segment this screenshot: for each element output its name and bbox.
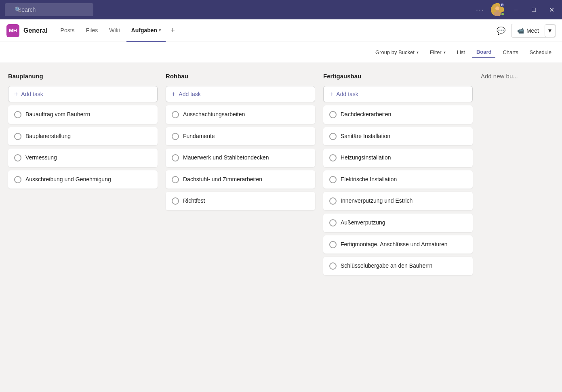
user-avatar-wrap: P <box>491 3 504 16</box>
title-bar: 🔍 ··· P – □ <box>0 0 562 19</box>
task-radio[interactable] <box>14 111 21 118</box>
task-label: Richtfest <box>183 197 309 205</box>
task-card[interactable]: Fertigmontage, Anschlüsse und Armaturen <box>323 235 473 254</box>
task-card[interactable]: Ausschachtungsarbeiten <box>166 105 315 124</box>
close-button[interactable]: ✕ <box>546 4 557 15</box>
avatar-badge: P <box>500 2 505 7</box>
task-label: Elektrische Installation <box>341 176 467 184</box>
tab-posts[interactable]: Posts <box>56 19 80 42</box>
tab-aufgaben[interactable]: Aufgaben ▾ <box>126 19 166 42</box>
task-card[interactable]: Dachdeckerarbeiten <box>323 105 473 124</box>
filter-label: Filter <box>430 49 442 55</box>
task-radio[interactable] <box>329 197 337 205</box>
channel-avatar: MH <box>6 24 19 37</box>
tab-wiki[interactable]: Wiki <box>104 19 124 42</box>
task-card[interactable]: Richtfest <box>166 192 315 210</box>
group-by-chevron-icon: ▾ <box>417 50 419 55</box>
task-card[interactable]: Bauauftrag vom Bauherrn <box>8 105 158 124</box>
bucket-col-1: Rohbau+Add task Ausschachtungsarbeiten F… <box>166 71 315 392</box>
task-label: Sanitäre Installation <box>341 132 467 140</box>
toolbar: Group by Bucket ▾ Filter ▾ List Board Ch… <box>0 42 562 63</box>
bucket-header-0: Bauplanung <box>8 71 158 83</box>
task-card[interactable]: Sanitäre Installation <box>323 127 473 146</box>
more-options-button[interactable]: ··· <box>476 6 484 14</box>
channel-bar-right: 💬 📹 Meet ▾ <box>494 24 556 38</box>
group-by-label: Group by Bucket <box>375 49 415 55</box>
search-wrap: 🔍 <box>5 3 237 16</box>
task-radio[interactable] <box>329 154 337 161</box>
filter-button[interactable]: Filter ▾ <box>426 47 450 58</box>
task-label: Heizungsinstallation <box>341 154 467 162</box>
svg-point-2 <box>494 11 501 16</box>
chat-icon[interactable]: 💬 <box>494 24 508 38</box>
task-card[interactable]: Fundamente <box>166 127 315 146</box>
task-card[interactable]: Außenverputzung <box>323 214 473 232</box>
maximize-button[interactable]: □ <box>528 4 539 15</box>
task-radio[interactable] <box>14 176 21 183</box>
meet-dropdown[interactable]: ▾ <box>545 24 555 37</box>
tab-files[interactable]: Files <box>81 19 103 42</box>
task-card[interactable]: Ausschreibung und Genehmigung <box>8 170 158 189</box>
task-radio[interactable] <box>172 176 179 183</box>
add-task-label: Add task <box>336 91 358 97</box>
filter-chevron-icon: ▾ <box>444 50 446 55</box>
task-radio[interactable] <box>172 154 179 161</box>
task-card[interactable]: Elektrische Installation <box>323 170 473 189</box>
video-icon: 📹 <box>517 27 524 34</box>
add-bucket-label[interactable]: Add new bu... <box>481 71 562 83</box>
list-view-button[interactable]: List <box>453 47 469 58</box>
task-card[interactable]: Dachstuhl- und Zimmerarbeiten <box>166 170 315 189</box>
presence-dot <box>501 12 505 16</box>
minimize-button[interactable]: – <box>510 4 522 15</box>
task-label: Mauerwerk und Stahlbetondecken <box>183 154 309 162</box>
search-input[interactable] <box>5 3 93 16</box>
aufgaben-chevron-icon: ▾ <box>159 28 161 32</box>
task-radio[interactable] <box>172 111 179 118</box>
task-label: Bauauftrag vom Bauherrn <box>25 111 152 119</box>
add-task-label: Add task <box>179 91 200 97</box>
add-task-button-0[interactable]: +Add task <box>8 86 158 102</box>
task-card[interactable]: Vermessung <box>8 149 158 167</box>
task-card[interactable]: Innenverputzung und Estrich <box>323 192 473 210</box>
add-task-button-2[interactable]: +Add task <box>323 86 473 102</box>
task-radio[interactable] <box>329 262 337 270</box>
task-radio[interactable] <box>14 133 21 140</box>
meet-button[interactable]: 📹 Meet <box>511 25 545 36</box>
board-view-button[interactable]: Board <box>472 46 496 58</box>
task-radio[interactable] <box>329 176 337 183</box>
add-tab-button[interactable]: + <box>167 25 178 36</box>
plus-icon: + <box>329 90 333 98</box>
meet-label: Meet <box>526 27 539 34</box>
plus-icon: + <box>172 90 175 98</box>
add-bucket-col: Add new bu... <box>481 71 562 392</box>
task-radio[interactable] <box>172 197 179 205</box>
task-card[interactable]: Bauplanerstellung <box>8 127 158 146</box>
bucket-header-1: Rohbau <box>166 71 315 83</box>
task-label: Fertigmontage, Anschlüsse und Armaturen <box>341 241 467 249</box>
task-label: Schlüsselübergabe an den Bauherrn <box>341 262 467 270</box>
task-card[interactable]: Mauerwerk und Stahlbetondecken <box>166 149 315 167</box>
charts-view-button[interactable]: Charts <box>499 47 522 58</box>
add-task-button-1[interactable]: +Add task <box>166 86 315 102</box>
task-label: Dachstuhl- und Zimmerarbeiten <box>183 176 309 184</box>
channel-bar: MH General Posts Files Wiki Aufgaben ▾ +… <box>0 19 562 42</box>
task-card[interactable]: Schlüsselübergabe an den Bauherrn <box>323 257 473 275</box>
channel-tabs: Posts Files Wiki Aufgaben ▾ + <box>56 19 178 42</box>
task-radio[interactable] <box>329 219 337 226</box>
add-task-label: Add task <box>21 91 43 97</box>
board-area: Bauplanung+Add task Bauauftrag vom Bauhe… <box>0 63 562 392</box>
group-by-bucket-button[interactable]: Group by Bucket ▾ <box>371 47 423 58</box>
task-radio[interactable] <box>172 133 179 140</box>
task-radio[interactable] <box>14 154 21 161</box>
task-label: Außenverputzung <box>341 219 467 227</box>
task-label: Ausschachtungsarbeiten <box>183 111 309 119</box>
schedule-view-button[interactable]: Schedule <box>526 47 556 58</box>
task-card[interactable]: Heizungsinstallation <box>323 149 473 167</box>
task-radio[interactable] <box>329 111 337 118</box>
task-label: Dachdeckerarbeiten <box>341 111 467 119</box>
task-radio[interactable] <box>329 133 337 140</box>
bucket-col-2: Fertigausbau+Add task Dachdeckerarbeiten… <box>323 71 473 392</box>
task-label: Innenverputzung und Estrich <box>341 197 467 205</box>
task-radio[interactable] <box>329 241 337 248</box>
channel-title: General <box>23 27 48 34</box>
